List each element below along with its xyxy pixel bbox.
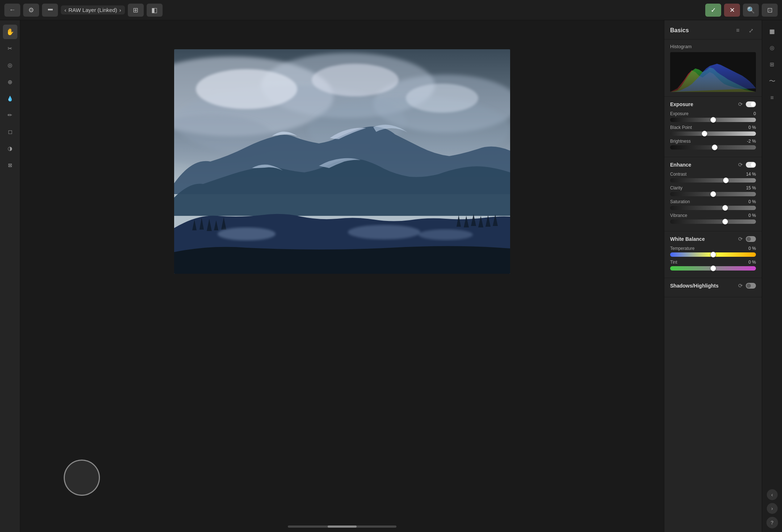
clarity-thumb[interactable] [710, 191, 716, 197]
shadowshighlights-header: Shadows/Highlights ⟳ [670, 282, 756, 289]
view-icon: ⊞ [133, 6, 138, 14]
shadowshighlights-section: Shadows/Highlights ⟳ [664, 278, 762, 297]
blackpoint-slider[interactable] [670, 131, 756, 136]
contrast-value: 14 % [741, 172, 756, 177]
histogram-panel-button[interactable]: ▦ [765, 24, 779, 38]
contrast-thumb[interactable] [723, 177, 729, 183]
whitebalance-section-icons: ⟳ [738, 236, 756, 242]
hand-tool-button[interactable]: ✋ [3, 25, 17, 39]
exposure-thumb[interactable] [710, 117, 716, 123]
panel-expand-button[interactable]: ⤢ [746, 25, 756, 35]
vibrance-thumb[interactable] [722, 219, 728, 225]
layers-panel-button[interactable]: ≡ [765, 91, 779, 105]
panel-title: Basics [670, 27, 689, 34]
brightness-slider[interactable] [670, 145, 756, 150]
dodge-icon: ◑ [8, 145, 12, 152]
panel-collapse-left-button[interactable]: ‹ [767, 489, 778, 500]
cancel-icon: ✕ [730, 6, 735, 14]
exposure-section-title: Exposure [670, 101, 693, 107]
eraser-tool-button[interactable]: ◻ [3, 125, 17, 139]
svg-point-22 [348, 225, 420, 239]
settings-button[interactable]: ⚙ [23, 4, 39, 17]
canvas-scrollbar[interactable] [288, 525, 396, 528]
histogram-panel-icon: ▦ [769, 28, 775, 35]
exposure-reset-icon[interactable]: ⟳ [738, 101, 743, 108]
brush-size-indicator [64, 460, 100, 496]
panel-expand-right-button[interactable]: › [767, 503, 778, 514]
dodge-tool-button[interactable]: ◑ [3, 141, 17, 156]
vibrance-value: 0 % [741, 213, 756, 218]
zoom-button[interactable]: 🔍 [743, 4, 759, 17]
export-button[interactable]: ⊡ [762, 4, 778, 17]
exposure-section: Exposure ⟳ Exposure 0 Black Poi [664, 97, 762, 157]
histogram-section: Histogram [664, 39, 762, 97]
vibrance-slider[interactable] [670, 219, 756, 224]
more-button[interactable]: ••• [42, 4, 58, 17]
enhance-toggle[interactable] [746, 162, 756, 168]
zoom-icon: 🔍 [747, 6, 755, 14]
tint-thumb[interactable] [710, 265, 716, 271]
clone-icon: ⊕ [8, 79, 12, 85]
lens-panel-button[interactable]: ◎ [765, 41, 779, 55]
canvas-area[interactable] [20, 20, 664, 532]
nav-breadcrumb[interactable]: ‹ RAW Layer (Linked) › [61, 5, 125, 14]
compare-icon: ◧ [151, 6, 157, 14]
export-icon: ⊡ [767, 6, 773, 14]
tint-slider[interactable] [670, 266, 756, 271]
dropper-tool-button[interactable]: 💧 [3, 91, 17, 106]
clone-tool-button[interactable]: ⊕ [3, 75, 17, 89]
contrast-slider[interactable] [670, 178, 756, 183]
enhance-reset-icon[interactable]: ⟳ [738, 162, 743, 168]
nav-next-button[interactable]: › [119, 7, 121, 13]
exposure-label: Exposure [670, 111, 689, 116]
confirm-button[interactable]: ✓ [705, 4, 721, 17]
heal-tool-button[interactable]: ◎ [3, 58, 17, 72]
exposure-section-header: Exposure ⟳ [670, 101, 756, 108]
brush-tool-button[interactable]: ✏ [3, 108, 17, 122]
nav-prev-button[interactable]: ‹ [64, 7, 66, 13]
back-button[interactable]: ← [4, 4, 20, 17]
exposure-label-row: Exposure 0 [670, 111, 756, 116]
curves-panel-button[interactable]: 〜 [765, 74, 779, 88]
compare-button[interactable]: ◧ [147, 4, 163, 17]
svg-point-7 [196, 69, 297, 109]
transform-tool-button[interactable]: ⊠ [3, 158, 17, 172]
eraser-icon: ◻ [8, 129, 12, 135]
help-button[interactable]: ? [766, 517, 778, 528]
brightness-thumb[interactable] [712, 144, 718, 150]
saturation-thumb[interactable] [722, 205, 728, 211]
vibrance-label-row: Vibrance 0 % [670, 213, 756, 218]
blackpoint-thumb[interactable] [702, 131, 707, 137]
shadowshighlights-toggle[interactable] [746, 283, 756, 289]
whitebalance-reset-icon[interactable]: ⟳ [738, 236, 743, 242]
help-icon: ? [770, 520, 774, 525]
exposure-toggle[interactable] [746, 101, 756, 107]
panel-menu-button[interactable]: ≡ [733, 25, 743, 35]
nav-title: RAW Layer (Linked) [68, 7, 117, 13]
svg-point-9 [406, 84, 478, 113]
back-icon: ← [9, 6, 16, 14]
saturation-label-row: Saturation 0 % [670, 199, 756, 204]
svg-point-23 [419, 229, 473, 240]
svg-point-8 [312, 64, 399, 96]
saturation-label: Saturation [670, 199, 690, 204]
temperature-slider[interactable] [670, 252, 756, 257]
crop-tool-button[interactable]: ✂ [3, 41, 17, 56]
enhance-section: Enhance ⟳ Contrast 14 % Clarity [664, 157, 762, 231]
temperature-thumb[interactable] [710, 252, 716, 257]
exposure-slider-row: Exposure 0 [670, 111, 756, 122]
exposure-slider[interactable] [670, 118, 756, 122]
scrollbar-thumb[interactable] [328, 525, 357, 528]
blackpoint-value: 0 % [741, 125, 756, 130]
clarity-slider[interactable] [670, 192, 756, 196]
chevron-right-icon: › [771, 506, 773, 511]
saturation-slider[interactable] [670, 206, 756, 210]
temperature-value: 0 % [741, 246, 756, 251]
view-button[interactable]: ⊞ [128, 4, 144, 17]
shadowshighlights-reset-icon[interactable]: ⟳ [738, 282, 743, 289]
whitebalance-toggle[interactable] [746, 236, 756, 242]
tint-value: 0 % [741, 260, 756, 265]
cancel-button[interactable]: ✕ [724, 4, 740, 17]
left-toolbar: ✋ ✂ ◎ ⊕ 💧 ✏ ◻ ◑ ⊠ [0, 20, 20, 532]
selective-panel-button[interactable]: ⊞ [765, 57, 779, 72]
